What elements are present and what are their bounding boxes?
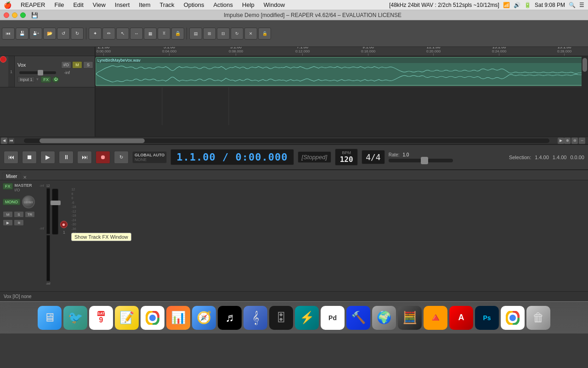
- bpm-display[interactable]: BPM 120: [335, 149, 358, 166]
- master-fader-thumb[interactable]: [51, 201, 61, 205]
- menu-help[interactable]: Help: [238, 0, 258, 9]
- dock-chrome[interactable]: [141, 306, 164, 330]
- transport-play[interactable]: ▶: [40, 151, 55, 164]
- menu-edit[interactable]: Edit: [69, 0, 87, 9]
- dock-calculator[interactable]: 🧮: [398, 306, 422, 330]
- track-lane-1[interactable]: LyreBirdMaybeVox.wav: [96, 56, 588, 87]
- audio-clip-vox[interactable]: LyreBirdMaybeVox.wav: [96, 57, 588, 86]
- minimize-button[interactable]: [12, 12, 17, 18]
- dock-musescore[interactable]: 𝄞: [243, 306, 267, 330]
- apple-menu[interactable]: 🍎: [4, 1, 11, 9]
- dock-xcode[interactable]: 🔨: [346, 306, 370, 330]
- transport-skip-fwd[interactable]: ⏭: [77, 151, 92, 164]
- vertical-scroll-thumb[interactable]: [582, 58, 587, 72]
- dock-notes[interactable]: 📝: [115, 306, 139, 330]
- volume-fader-thumb[interactable]: [38, 70, 43, 75]
- dock-safari[interactable]: 🧭: [192, 306, 216, 330]
- track-input-selector[interactable]: Input 1: [17, 76, 35, 83]
- menu-extras-icon[interactable]: ☰: [579, 2, 584, 8]
- strip-play-btn[interactable]: ▶: [3, 219, 13, 226]
- dock-calendar[interactable]: SAT 9: [89, 306, 113, 330]
- scroll-track[interactable]: [24, 138, 549, 143]
- dock-vlc[interactable]: 🔺: [424, 306, 447, 330]
- menu-window[interactable]: Window: [260, 0, 288, 9]
- scroll-left-arrow[interactable]: ◀: [1, 138, 7, 144]
- dock-finder[interactable]: 🖥: [38, 306, 62, 330]
- toolbar-btn-snap[interactable]: ⊞: [203, 28, 216, 40]
- track-fx-button[interactable]: FX: [41, 76, 51, 83]
- vertical-scrollbar[interactable]: [582, 56, 588, 137]
- transport-loop[interactable]: ↻: [114, 151, 129, 164]
- transport-skip-back[interactable]: ⏮: [4, 151, 18, 164]
- mixer-tab-main[interactable]: Mixer: [2, 172, 21, 180]
- track-io-button[interactable]: I/O: [61, 61, 71, 69]
- strip-env-btn[interactable]: ≋: [14, 219, 24, 226]
- track-solo-button[interactable]: S: [83, 61, 93, 69]
- dock-twitter[interactable]: 🐦: [63, 306, 87, 330]
- toolbar-btn-lock[interactable]: 🔒: [171, 28, 184, 40]
- toolbar-btn-grid[interactable]: ⊟: [217, 28, 230, 40]
- toolbar-btn-stretch[interactable]: ↔: [130, 28, 143, 40]
- mono-button[interactable]: MONO: [3, 199, 20, 205]
- dock-chrome2[interactable]: [501, 306, 525, 330]
- strip-mute-btn[interactable]: M: [3, 211, 13, 218]
- toolbar-btn-save[interactable]: 💾: [16, 28, 28, 40]
- menu-reaper[interactable]: REAPER: [17, 0, 49, 9]
- menu-track[interactable]: Track: [156, 0, 178, 9]
- close-button[interactable]: [4, 12, 9, 18]
- menu-insert[interactable]: Insert: [111, 0, 134, 9]
- toolbar-btn-select[interactable]: ✦: [89, 28, 102, 40]
- track-mute-button[interactable]: M: [72, 61, 82, 69]
- toolbar-btn-cursor[interactable]: ↖: [116, 28, 129, 40]
- transport-record[interactable]: ⏺: [96, 151, 110, 164]
- scroll-right-arrow[interactable]: ▶: [558, 138, 564, 144]
- pan-knob-master[interactable]: center: [22, 196, 35, 208]
- rate-slider-thumb[interactable]: [421, 157, 428, 164]
- track-fx-power-button[interactable]: ⏻: [52, 76, 59, 83]
- menu-options[interactable]: Options: [180, 0, 208, 9]
- dock-reaper[interactable]: 🎛: [269, 306, 293, 330]
- master-fader[interactable]: [52, 189, 58, 235]
- dock-browser[interactable]: 🌍: [372, 306, 396, 330]
- strip-tr-btn[interactable]: TR: [25, 211, 35, 218]
- toolbar-btn-save-new[interactable]: 💾+: [29, 28, 42, 40]
- bpm-value[interactable]: 120: [340, 155, 353, 164]
- scroll-icon-2[interactable]: ⊖: [571, 138, 578, 144]
- arm-record-button[interactable]: [0, 56, 6, 63]
- toolbar-btn-marquee[interactable]: ▦: [144, 28, 157, 40]
- scroll-thumb[interactable]: [40, 138, 145, 143]
- fx-button-master[interactable]: FX: [3, 183, 13, 190]
- dock-keynote[interactable]: 📊: [166, 306, 190, 330]
- toolbar-btn-undo-list[interactable]: ↺: [57, 28, 70, 40]
- dock-trash[interactable]: 🗑: [526, 306, 550, 330]
- search-icon[interactable]: 🔍: [569, 2, 576, 8]
- dock-ableton[interactable]: ♬: [218, 306, 242, 330]
- dock-acrobat[interactable]: A: [449, 306, 473, 330]
- toolbar-btn-skip-back[interactable]: ⏮: [2, 28, 15, 40]
- rate-slider[interactable]: [389, 159, 453, 162]
- toolbar-btn-open[interactable]: 📂: [43, 28, 56, 40]
- strip-solo-btn[interactable]: S: [14, 211, 24, 218]
- mixer-close-icon[interactable]: ✕: [23, 175, 27, 180]
- toolbar-btn-redo-list[interactable]: ↻: [71, 28, 84, 40]
- menu-file[interactable]: File: [51, 0, 68, 9]
- toolbar-btn-loop[interactable]: ↻: [231, 28, 243, 40]
- dock-arduino[interactable]: ⚡: [295, 306, 319, 330]
- dock-photoshop[interactable]: Ps: [475, 306, 499, 330]
- toolbar-btn-pencil[interactable]: ✏: [102, 28, 115, 40]
- scroll-icon-3[interactable]: ↔: [579, 138, 585, 144]
- transport-stop[interactable]: ⏹: [22, 151, 37, 164]
- scroll-home-btn[interactable]: ⏮: [8, 138, 15, 144]
- transport-pause[interactable]: ⏸: [59, 151, 74, 164]
- toolbar-btn-lock2[interactable]: 🔓: [258, 28, 271, 40]
- channel-record-btn[interactable]: ⏺: [60, 221, 68, 228]
- menu-actions[interactable]: Actions: [209, 0, 237, 9]
- track-volume-fader[interactable]: [19, 71, 56, 74]
- dock-puredata[interactable]: Pd: [321, 306, 345, 330]
- maximize-button[interactable]: [20, 12, 26, 18]
- toolbar-btn-xfade[interactable]: ✕: [244, 28, 257, 40]
- scroll-icon-1[interactable]: ⊕: [564, 138, 571, 144]
- toolbar-btn-track-view[interactable]: ▤: [189, 28, 202, 40]
- toolbar-btn-ripple[interactable]: ⧖: [158, 28, 170, 40]
- menu-view[interactable]: View: [89, 0, 109, 9]
